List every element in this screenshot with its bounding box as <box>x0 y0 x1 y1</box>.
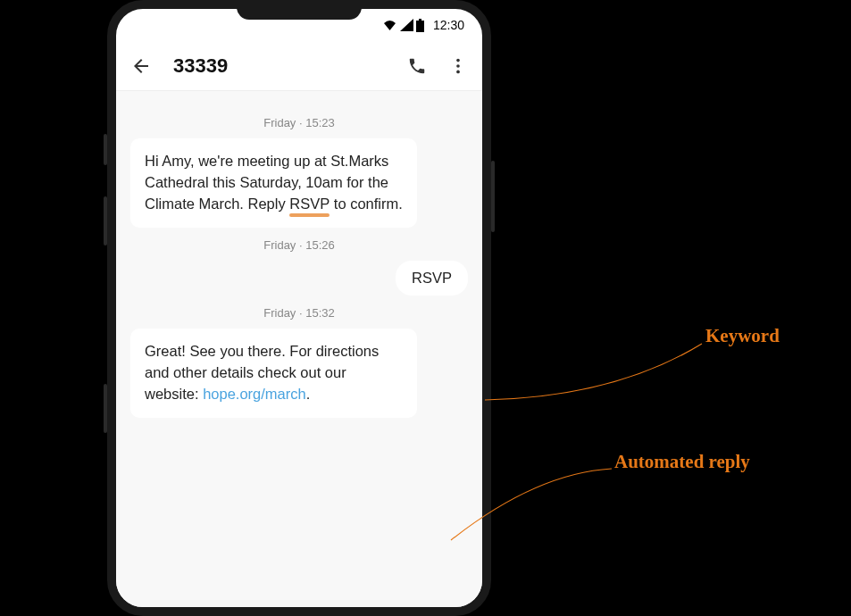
keyword-highlight: RSVP <box>289 194 330 215</box>
status-icons <box>382 19 424 32</box>
wifi-icon <box>382 19 397 31</box>
arrow-left-icon <box>130 55 152 77</box>
status-bar: 12:30 <box>116 9 482 41</box>
contact-title: 33339 <box>173 54 386 78</box>
messages-area: Friday · 15:23 Hi Amy, we're meeting up … <box>116 91 482 607</box>
annotation-arrow <box>480 339 704 406</box>
annotation-label: Automated reply <box>614 451 750 473</box>
timestamp: Friday · 15:32 <box>130 306 468 320</box>
svg-point-2 <box>456 58 460 62</box>
message-text: RSVP <box>412 270 452 286</box>
signal-icon <box>400 19 413 31</box>
phone-mockup: 12:30 33339 Friday · 15:23 Hi Amy, <box>107 0 491 616</box>
message-outgoing[interactable]: RSVP <box>396 261 468 296</box>
message-incoming[interactable]: Great! See you there. For directions and… <box>130 329 417 418</box>
header-actions <box>407 56 468 76</box>
svg-point-4 <box>456 70 460 73</box>
svg-rect-1 <box>419 19 421 21</box>
phone-frame: 12:30 33339 Friday · 15:23 Hi Amy, <box>107 0 491 616</box>
phone-icon <box>407 56 427 76</box>
message-text: to confirm. <box>330 196 403 212</box>
message-text: . <box>306 386 311 402</box>
message-link[interactable]: hope.org/march <box>203 386 306 402</box>
app-header: 33339 <box>116 41 482 91</box>
more-button[interactable] <box>448 56 468 76</box>
battery-icon <box>416 19 424 32</box>
call-button[interactable] <box>407 56 427 76</box>
svg-rect-0 <box>416 21 424 32</box>
annotation-label: Keyword <box>705 325 780 347</box>
more-vert-icon <box>448 56 468 76</box>
timestamp: Friday · 15:23 <box>130 116 468 129</box>
svg-point-3 <box>456 64 460 68</box>
timestamp: Friday · 15:26 <box>130 238 468 252</box>
message-incoming[interactable]: Hi Amy, we're meeting up at St.Marks Cat… <box>130 138 417 228</box>
status-time: 12:30 <box>433 18 464 32</box>
phone-side-button <box>491 161 495 232</box>
back-button[interactable] <box>130 55 152 77</box>
